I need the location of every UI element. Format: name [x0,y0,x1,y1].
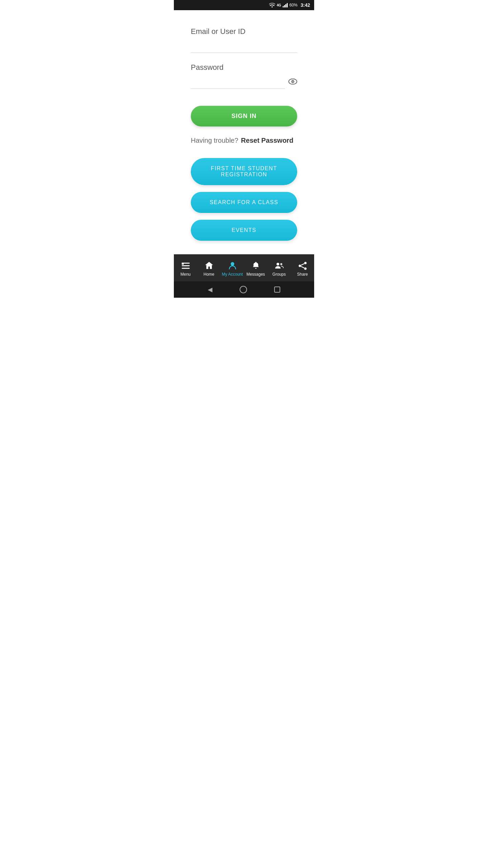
search-class-button[interactable]: SEARCH FOR A CLASS [191,192,297,213]
nav-item-messages[interactable]: Messages [244,261,267,277]
signal-icon [283,3,288,7]
android-recent-button[interactable] [274,287,280,293]
email-input[interactable] [191,40,297,53]
sign-in-button[interactable]: SIGN IN [191,106,297,126]
events-button[interactable]: EVENTS [191,220,297,241]
android-nav-bar: ◀ [174,281,314,298]
nav-item-share[interactable]: Share [291,261,314,277]
status-icons: 4G 60% 3:42 [269,2,310,8]
email-field-group: Email or User ID [191,27,297,53]
nav-label-myaccount: My Account [222,272,243,277]
email-label: Email or User ID [191,27,297,36]
nav-label-groups: Groups [272,272,286,277]
wifi-icon [269,3,275,7]
svg-rect-4 [182,265,189,266]
nav-label-share: Share [297,272,308,277]
password-visibility-toggle[interactable] [288,79,297,86]
nav-item-groups[interactable]: Groups [267,261,291,277]
email-input-wrapper [191,40,297,53]
password-label: Password [191,63,297,72]
menu-icon [181,261,190,271]
svg-point-12 [304,267,306,270]
network-icon: 4G [277,3,281,7]
svg-rect-6 [182,262,184,264]
trouble-text: Having trouble? [191,137,238,144]
android-back-button[interactable]: ◀ [208,286,212,293]
nav-item-myaccount[interactable]: My Account [221,261,244,277]
password-input[interactable] [191,76,285,89]
svg-point-2 [292,81,293,82]
nav-label-home: Home [203,272,214,277]
nav-item-menu[interactable]: Menu [174,261,197,277]
android-home-button[interactable] [240,286,247,293]
clock: 3:42 [301,2,310,8]
svg-point-10 [304,262,306,264]
svg-point-11 [299,264,301,267]
bottom-navigation: Menu Home My Account Messages G [174,254,314,281]
bell-icon [251,261,261,271]
password-input-wrapper [191,76,297,89]
registration-button[interactable]: FIRST TIME STUDENT REGISTRATION [191,158,297,185]
svg-point-9 [280,263,282,265]
nav-label-menu: Menu [180,272,190,277]
svg-line-13 [301,263,304,265]
svg-point-7 [230,262,234,265]
password-field-group: Password [191,63,297,89]
svg-rect-5 [182,268,189,269]
nav-label-messages: Messages [246,272,265,277]
nav-item-home[interactable]: Home [197,261,221,277]
svg-point-8 [277,263,279,265]
reset-password-link[interactable]: Reset Password [241,137,293,144]
battery-indicator: 60% [289,3,298,7]
reset-password-row: Having trouble? Reset Password [191,137,297,144]
account-icon [228,261,237,271]
svg-line-14 [301,266,304,268]
status-bar: 4G 60% 3:42 [174,0,314,10]
groups-icon [274,261,284,271]
home-icon [204,261,214,271]
share-icon [298,261,307,271]
main-content: Email or User ID Password SIGN IN Having… [174,10,314,254]
